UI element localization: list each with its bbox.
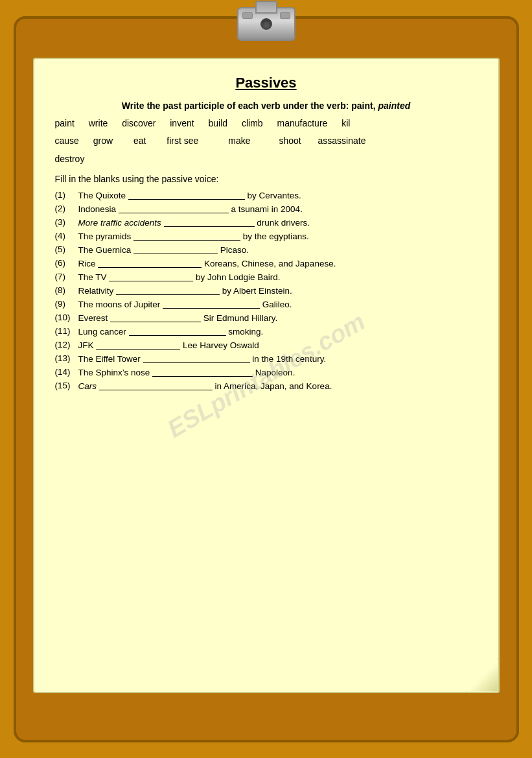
blank-1	[128, 191, 245, 200]
ex-text: Everest Sir Edmund Hillary.	[78, 313, 478, 322]
worksheet-paper: ESLprintables.com Passives Write the pas…	[33, 58, 500, 693]
paper-corner-fold	[466, 659, 498, 692]
clip-tab-left	[242, 12, 253, 19]
ex-text: The TV by John Lodgie Baird.	[78, 272, 478, 281]
ex-num: (15)	[55, 381, 78, 390]
blank-11	[129, 327, 226, 336]
verb-build: build	[208, 116, 227, 132]
blank-5	[133, 245, 218, 254]
clip-hole	[260, 18, 272, 30]
ex-text: More traffic accidents drunk drivers.	[78, 218, 478, 227]
exercise-item: (11) Lung cancer smoking.	[55, 327, 478, 336]
ex-num: (2)	[55, 204, 78, 213]
exercise-item: (13) The Eiffel Tower in the 19th centur…	[55, 354, 478, 363]
ex-num: (10)	[55, 313, 78, 322]
verb-list-line1: paint write discover invent build climb …	[55, 116, 478, 132]
ex-text: Rice Koreans, Chinese, and Japanese.	[78, 259, 478, 268]
verb-list-line2: cause grow eat first see make shoot assa…	[55, 134, 478, 149]
exercise-item: (7) The TV by John Lodgie Baird.	[55, 272, 478, 281]
ex-num: (12)	[55, 340, 78, 349]
ex-num: (6)	[55, 259, 78, 268]
exercise-item: (8) Relativity by Albert Einstein.	[55, 286, 478, 295]
exercise-item: (6) Rice Koreans, Chinese, and Japanese.	[55, 259, 478, 268]
blank-9	[163, 300, 260, 309]
ex-num: (1)	[55, 191, 78, 200]
verb-first-see: first see	[167, 134, 198, 149]
verb-cause: cause	[55, 134, 79, 149]
page-title: Passives	[55, 75, 478, 91]
clip-tab-right	[280, 12, 290, 19]
exercises-list: (1) The Quixote by Cervantes. (2) Indone…	[55, 191, 478, 390]
blank-2	[119, 204, 229, 213]
verb-destroy: destroy	[55, 152, 85, 167]
exercise-item: (2) Indonesia a tsunami in 2004.	[55, 204, 478, 213]
ex-text: The Quixote by Cervantes.	[78, 191, 478, 200]
verb-kil: kil	[341, 116, 350, 132]
verb-discover: discover	[122, 116, 156, 132]
exercise-item: (5) The Guernica Picaso.	[55, 245, 478, 254]
blank-4	[133, 231, 240, 241]
verb-make: make	[228, 134, 250, 149]
ex-num: (9)	[55, 300, 78, 309]
ex-text: Cars in America, Japan, and Korea.	[78, 381, 478, 390]
verb-climb: climb	[242, 116, 263, 132]
ex-num: (11)	[55, 327, 78, 336]
verb-list-line3: destroy	[55, 152, 478, 167]
verb-grow: grow	[93, 134, 113, 149]
clipboard: ESLprintables.com Passives Write the pas…	[14, 16, 519, 742]
ex-num: (7)	[55, 272, 78, 281]
ex-text: JFK Lee Harvey Oswald	[78, 340, 478, 349]
ex-num: (14)	[55, 368, 78, 377]
blank-8	[116, 286, 220, 295]
blank-10	[110, 313, 201, 322]
ex-text: The Sphinx’s nose Napoleon.	[78, 368, 478, 377]
ex-text: The pyramids by the egyptians.	[78, 231, 478, 241]
exercise-item: (10) Everest Sir Edmund Hillary.	[55, 313, 478, 322]
exercise-item: (14) The Sphinx’s nose Napoleon.	[55, 368, 478, 377]
blank-15	[99, 381, 213, 390]
verb-manufacture: manufacture	[277, 116, 328, 132]
ex-text: Lung cancer smoking.	[78, 327, 478, 336]
blank-7	[109, 272, 193, 281]
ex-num: (5)	[55, 245, 78, 254]
ex-text: The Eiffel Tower in the 19th century.	[78, 354, 478, 363]
instruction-text: Write the past participle of each verb u…	[122, 101, 376, 111]
blank-14	[152, 368, 253, 377]
blank-6	[98, 259, 202, 268]
verb-paint: paint	[55, 116, 75, 132]
ex-text: Relativity by Albert Einstein.	[78, 286, 478, 295]
blank-12	[96, 340, 180, 349]
ex-num: (3)	[55, 218, 78, 227]
exercise-item: (9) The moons of Jupiter Galileo.	[55, 300, 478, 309]
verb-shoot: shoot	[279, 134, 301, 149]
verb-eat: eat	[133, 134, 146, 149]
exercise-item: (12) JFK Lee Harvey Oswald	[55, 340, 478, 349]
exercise-item: (3) More traffic accidents drunk drivers…	[55, 218, 478, 227]
verb-write: write	[89, 116, 108, 132]
ex-text: The Guernica Picaso.	[78, 245, 478, 254]
blank-13	[143, 354, 250, 363]
clipboard-clip	[237, 7, 295, 41]
main-instruction: Write the past participle of each verb u…	[55, 101, 478, 111]
ex-num: (8)	[55, 286, 78, 295]
blank-3	[164, 218, 255, 227]
instruction-example: painted	[378, 101, 410, 111]
exercise-item: (15) Cars in America, Japan, and Korea.	[55, 381, 478, 390]
ex-num: (13)	[55, 354, 78, 363]
verb-assassinate: assassinate	[318, 134, 366, 149]
fill-instruction: Fill in the blanks using the passive voi…	[55, 174, 478, 184]
verb-invent: invent	[170, 116, 194, 132]
exercise-item: (4) The pyramids by the egyptians.	[55, 231, 478, 241]
ex-text: Indonesia a tsunami in 2004.	[78, 204, 478, 213]
exercise-item: (1) The Quixote by Cervantes.	[55, 191, 478, 200]
ex-text: The moons of Jupiter Galileo.	[78, 300, 478, 309]
ex-num: (4)	[55, 231, 78, 241]
